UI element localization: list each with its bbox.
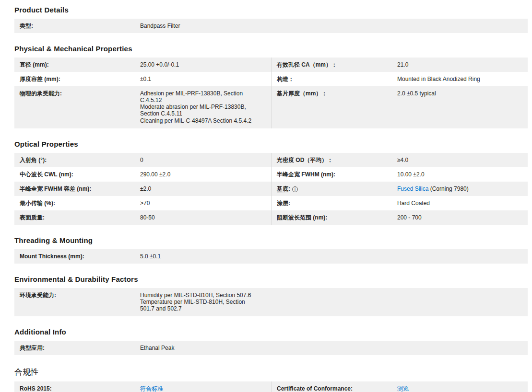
- spec-value-min-transmission: >70: [140, 200, 271, 207]
- spec-value-environmental-durability: Humidity per MIL-STD-810H, Section 507.6…: [140, 292, 528, 312]
- spec-label-surface-quality: 表面质量:: [14, 214, 140, 221]
- spec-value-substrate-thickness: 2.0 ±0.5 typical: [397, 90, 528, 97]
- spec-label-environmental-durability: 环境承受能力:: [14, 292, 140, 299]
- spec-row-environmental-durability: 环境承受能力: Humidity per MIL-STD-810H, Secti…: [14, 288, 528, 316]
- spec-label-rohs: RoHS 2015:: [14, 385, 140, 392]
- fused-silica-link[interactable]: Fused Silica: [397, 185, 428, 192]
- spec-label-physical-durability: 物理的承受能力:: [14, 90, 140, 97]
- section-title-environmental: Environmental & Durability Factors: [14, 275, 523, 283]
- spec-label-blocking-range: 阻断波长范围 (nm):: [272, 214, 397, 221]
- compliance-table: RoHS 2015: 符合标准 Certificate of Conforman…: [14, 381, 528, 392]
- certificate-view-link[interactable]: 浏览: [397, 385, 409, 392]
- spec-label-cwl: 中心波长 CWL (nm):: [14, 171, 140, 178]
- spec-value-diameter: 25.00 +0.0/-0.1: [140, 61, 271, 68]
- spec-value-fwhm: 10.00 ±2.0: [397, 171, 528, 178]
- spec-label-fwhm-tolerance: 半峰全宽 FWHM 容差 (nm):: [14, 185, 140, 192]
- spec-label-angle-of-incidence: 入射角 (°):: [14, 157, 140, 163]
- spec-row-cwl-fwhm: 中心波长 CWL (nm): 290.00 ±2.0 半峰全宽 FWHM (nm…: [14, 167, 528, 182]
- spec-label-substrate-thickness: 基片厚度（mm）：: [272, 90, 397, 97]
- threading-table: Mount Thickness (mm): 5.0 ±0.1: [14, 249, 528, 264]
- rohs-compliant-link[interactable]: 符合标准: [140, 385, 163, 392]
- spec-row-diameter-aperture: 直径 (mm): 25.00 +0.0/-0.1 有效孔径 CA（mm）： 21…: [14, 58, 528, 72]
- spec-label-typical-application: 典型应用:: [14, 345, 140, 351]
- spec-value-clear-aperture: 21.0: [397, 61, 528, 68]
- spec-label-construction: 构造：: [272, 76, 397, 82]
- spec-label-fwhm: 半峰全宽 FWHM (nm):: [272, 171, 397, 178]
- section-title-physical: Physical & Mechanical Properties: [14, 45, 523, 53]
- spec-value-optical-density: ≥4.0: [397, 157, 528, 163]
- spec-value-typical-application: Ethanal Peak: [140, 345, 528, 351]
- product-details-table: 类型: Bandpass Filter: [14, 19, 528, 33]
- section-title-optical: Optical Properties: [14, 140, 523, 148]
- spec-row-aoi-od: 入射角 (°): 0 光密度 OD（平均）： ≥4.0: [14, 153, 528, 167]
- spec-row-fwhmtol-substrate: 半峰全宽 FWHM 容差 (nm): ±2.0 基底:i Fused Silic…: [14, 182, 528, 196]
- spec-value-coating: Hard Coated: [397, 200, 528, 207]
- spec-row-rohs-certificate: RoHS 2015: 符合标准 Certificate of Conforman…: [14, 381, 528, 392]
- spec-row-typical-application: 典型应用: Ethanal Peak: [14, 341, 528, 355]
- spec-label-substrate: 基底:i: [272, 185, 397, 192]
- spec-value-substrate: Fused Silica (Corning 7980): [397, 185, 528, 192]
- spec-row-transmission-coating: 最小传输 (%): >70 涂层: Hard Coated: [14, 196, 528, 210]
- section-title-threading: Threading & Mounting: [14, 236, 523, 244]
- spec-label-optical-density: 光密度 OD（平均）：: [272, 157, 397, 163]
- additional-table: 典型应用: Ethanal Peak: [14, 341, 528, 355]
- spec-value-type: Bandpass Filter: [140, 23, 528, 29]
- spec-row-type: 类型: Bandpass Filter: [14, 19, 528, 33]
- product-specs-page: Product Details 类型: Bandpass Filter Phys…: [0, 0, 528, 392]
- spec-row-mount-thickness: Mount Thickness (mm): 5.0 ±0.1: [14, 249, 528, 264]
- spec-value-mount-thickness: 5.0 ±0.1: [140, 253, 528, 260]
- info-icon[interactable]: i: [292, 186, 298, 192]
- spec-label-thickness-tolerance: 厚度容差 (mm):: [14, 76, 140, 82]
- spec-value-surface-quality: 80-50: [140, 214, 271, 221]
- spec-label-clear-aperture: 有效孔径 CA（mm）：: [272, 61, 397, 68]
- spec-value-angle-of-incidence: 0: [140, 157, 271, 163]
- spec-label-certificate: Certificate of Conformance:: [272, 385, 397, 392]
- spec-value-construction: Mounted in Black Anodized Ring: [397, 76, 528, 82]
- section-title-additional: Additional Info: [14, 328, 523, 336]
- spec-row-quality-blocking: 表面质量: 80-50 阻断波长范围 (nm): 200 - 700: [14, 210, 528, 225]
- environmental-table: 环境承受能力: Humidity per MIL-STD-810H, Secti…: [14, 288, 528, 316]
- spec-label-diameter: 直径 (mm):: [14, 61, 140, 68]
- spec-value-fwhm-tolerance: ±2.0: [140, 185, 271, 192]
- physical-table: 直径 (mm): 25.00 +0.0/-0.1 有效孔径 CA（mm）： 21…: [14, 58, 528, 128]
- section-title-product-details: Product Details: [14, 6, 523, 14]
- spec-label-coating: 涂层:: [272, 200, 397, 207]
- spec-label-min-transmission: 最小传输 (%):: [14, 200, 140, 207]
- spec-value-thickness-tolerance: ±0.1: [140, 76, 271, 82]
- substrate-suffix: (Corning 7980): [428, 185, 468, 192]
- optical-table: 入射角 (°): 0 光密度 OD（平均）： ≥4.0 中心波长 CWL (nm…: [14, 153, 528, 225]
- spec-value-physical-durability: Adhesion per MIL-PRF-13830B, Section C.4…: [140, 90, 271, 124]
- section-title-compliance: 合规性: [14, 367, 523, 378]
- spec-row-thickness-construction: 厚度容差 (mm): ±0.1 构造： Mounted in Black Ano…: [14, 72, 528, 86]
- spec-value-blocking-range: 200 - 700: [397, 214, 528, 221]
- spec-value-cwl: 290.00 ±2.0: [140, 171, 271, 178]
- spec-row-durability-substrate: 物理的承受能力: Adhesion per MIL-PRF-13830B, Se…: [14, 86, 528, 128]
- spec-label-type: 类型:: [14, 23, 140, 29]
- spec-label-mount-thickness: Mount Thickness (mm):: [14, 253, 140, 260]
